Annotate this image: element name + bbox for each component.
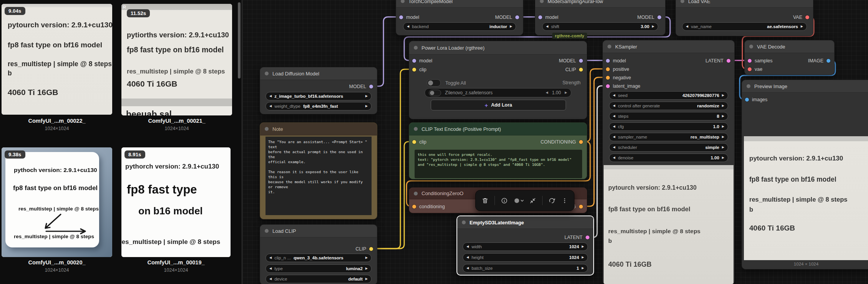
- node-load-clip[interactable]: Load CLIP CLIP ◀clip_n ...qwen_3_4b.safe…: [260, 224, 377, 284]
- increment-arrow-icon[interactable]: ▶: [652, 25, 654, 28]
- output-model[interactable]: MODEL: [559, 58, 583, 64]
- increment-arrow-icon[interactable]: ▶: [722, 125, 724, 128]
- port-dot[interactable]: [369, 247, 373, 251]
- port-dot[interactable]: [412, 59, 416, 63]
- input-conditioning[interactable]: conditioning: [412, 204, 445, 210]
- port-dot[interactable]: [748, 67, 752, 71]
- increment-arrow-icon[interactable]: ▶: [365, 267, 368, 270]
- output-model[interactable]: MODEL: [637, 14, 661, 20]
- port-dot[interactable]: [606, 76, 610, 80]
- increment-arrow-icon[interactable]: ▶: [582, 256, 584, 259]
- image-filename[interactable]: ComfyUI_...m_00020_: [2, 259, 112, 266]
- port-dot[interactable]: [745, 98, 749, 102]
- collapse-icon[interactable]: [529, 197, 536, 204]
- port-dot[interactable]: [657, 15, 661, 19]
- increment-arrow-icon[interactable]: ▶: [365, 105, 368, 108]
- output-model[interactable]: MODEL: [495, 14, 519, 20]
- port-dot[interactable]: [606, 59, 610, 63]
- node-torchcompilemodel[interactable]: TorchCompileModel model MODEL ◀backendin…: [396, 0, 523, 35]
- collapse-dot-icon[interactable]: [680, 0, 684, 3]
- preview-image-output[interactable]: pytourch version: 2.9.1+cu130 fp8 fast t…: [744, 136, 868, 260]
- input-clip[interactable]: clip: [412, 139, 427, 145]
- input-model[interactable]: model: [538, 14, 558, 20]
- node-header[interactable]: Load Diffusion Model: [260, 67, 377, 80]
- lora-name[interactable]: Z\lenovo_z.safetensors: [445, 90, 493, 95]
- node-preview-image[interactable]: Preview Image images pytourch version: 2…: [742, 80, 868, 269]
- node-header[interactable]: TorchCompileModel: [396, 0, 523, 8]
- port-dot[interactable]: [579, 68, 583, 72]
- output-model[interactable]: MODEL: [349, 84, 373, 90]
- lora-strength[interactable]: 1.00: [552, 90, 561, 95]
- node-header[interactable]: Load VAE: [676, 0, 813, 8]
- output-clip[interactable]: CLIP: [355, 246, 373, 252]
- input-model[interactable]: model: [606, 58, 626, 64]
- port-dot[interactable]: [412, 205, 416, 209]
- increment-arrow-icon[interactable]: ▶: [722, 156, 724, 159]
- port-dot[interactable]: [538, 15, 542, 19]
- node-header[interactable]: ModelSamplingAuraFlow: [535, 0, 665, 8]
- increment-arrow-icon[interactable]: ▶: [582, 245, 584, 248]
- decrement-arrow-icon[interactable]: ◀: [613, 104, 615, 107]
- collapse-dot-icon[interactable]: [747, 84, 750, 88]
- decrement-arrow-icon[interactable]: ◀: [613, 94, 615, 97]
- increment-arrow-icon[interactable]: ▶: [722, 104, 724, 107]
- port-dot[interactable]: [748, 59, 752, 63]
- widget-height[interactable]: ◀height1024▶: [463, 253, 588, 262]
- node-load-vae[interactable]: Load VAE VAE ◀vae_nameae.safetensors▶: [675, 0, 813, 36]
- collapse-dot-icon[interactable]: [607, 45, 611, 48]
- increment-arrow-icon[interactable]: ▶: [565, 91, 567, 94]
- rerun-icon[interactable]: [549, 197, 555, 204]
- node-ksampler[interactable]: KSampler model positive negative latent_…: [602, 40, 735, 284]
- collapse-dot-icon[interactable]: [749, 45, 753, 48]
- decrement-arrow-icon[interactable]: ◀: [466, 245, 469, 248]
- port-dot[interactable]: [579, 59, 583, 63]
- increment-arrow-icon[interactable]: ▶: [365, 95, 368, 98]
- widget-sampler-name[interactable]: ◀sampler_nameres_multistep▶: [609, 133, 728, 141]
- node-header[interactable]: VAE Decode: [745, 40, 834, 53]
- widget-model-name[interactable]: ◀z_image_turbo_bf16.safetensors▶: [266, 92, 372, 100]
- output-vae[interactable]: VAE: [793, 14, 809, 20]
- decrement-arrow-icon[interactable]: ◀: [613, 125, 615, 128]
- node-header[interactable]: Load CLIP: [260, 225, 377, 237]
- gallery-image[interactable]: pytiorths version: 2.9.1+cu130 fp8 fast …: [121, 4, 232, 115]
- decrement-arrow-icon[interactable]: ◀: [686, 25, 688, 28]
- gallery-image[interactable]: pytourch version: 2.9.1+cu130 fp8 fast t…: [2, 4, 112, 115]
- output-clip[interactable]: CLIP: [565, 67, 583, 73]
- info-icon[interactable]: [501, 197, 508, 204]
- port-dot[interactable]: [399, 15, 403, 19]
- output-latent[interactable]: LATENT: [705, 58, 730, 64]
- increment-arrow-icon[interactable]: ▶: [722, 135, 724, 139]
- collapse-dot-icon[interactable]: [414, 127, 418, 131]
- input-latent-image[interactable]: latent_image: [606, 83, 641, 89]
- widget-control-after-generate[interactable]: ◀control after generaterandomize▶: [609, 102, 728, 110]
- input-positive[interactable]: positive: [606, 66, 629, 72]
- collapse-dot-icon[interactable]: [401, 0, 405, 3]
- widget-type[interactable]: ◀typelumina2▶: [266, 264, 372, 273]
- lora-toggle-switch[interactable]: [429, 90, 441, 96]
- input-model[interactable]: model: [399, 14, 419, 20]
- decrement-arrow-icon[interactable]: ◀: [269, 105, 272, 108]
- output-image[interactable]: IMAGE: [808, 58, 830, 64]
- node-note[interactable]: Note The "You are an assistant... <Promp…: [260, 122, 377, 219]
- port-dot[interactable]: [579, 205, 583, 209]
- toggle-all-switch[interactable]: [427, 79, 441, 87]
- port-dot[interactable]: [369, 85, 373, 89]
- increment-arrow-icon[interactable]: ▶: [582, 267, 584, 270]
- input-clip[interactable]: clip: [412, 67, 427, 73]
- port-dot[interactable]: [805, 15, 809, 19]
- collapse-dot-icon[interactable]: [265, 72, 269, 75]
- widget-backend[interactable]: ◀backendinductor▶: [403, 22, 516, 31]
- increment-arrow-icon[interactable]: ▶: [722, 115, 724, 118]
- port-dot[interactable]: [412, 140, 416, 144]
- collapse-dot-icon[interactable]: [265, 229, 269, 233]
- node-header[interactable]: Power Lora Loader (rgthree): [409, 41, 587, 55]
- decrement-arrow-icon[interactable]: ◀: [269, 277, 272, 281]
- collapse-dot-icon[interactable]: [265, 127, 269, 131]
- increment-arrow-icon[interactable]: ▶: [510, 25, 512, 28]
- collapse-dot-icon[interactable]: [414, 192, 418, 195]
- input-vae[interactable]: vae: [748, 66, 762, 72]
- widget-shift[interactable]: ◀shift3.00▶: [542, 22, 658, 31]
- port-dot[interactable]: [579, 140, 583, 144]
- collapse-dot-icon[interactable]: [540, 0, 544, 3]
- add-lora-button[interactable]: + Add Lora: [431, 100, 566, 110]
